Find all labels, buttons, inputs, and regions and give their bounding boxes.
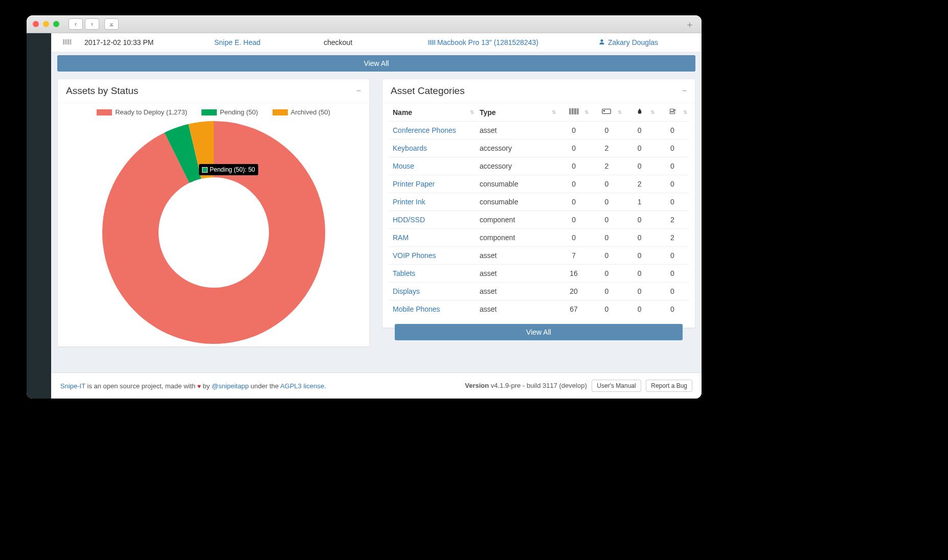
downloads-button[interactable] <box>104 18 119 30</box>
legend-item[interactable]: Ready to Deploy (1,273) <box>97 108 187 116</box>
assets-by-status-box: Assets by Status − Ready to Deploy (1,27… <box>57 79 370 347</box>
tooltip-text: Pending (50): 50 <box>210 166 255 173</box>
cell-count: 0 <box>623 247 656 265</box>
legend-swatch <box>201 109 217 115</box>
cell-count: 0 <box>623 157 656 175</box>
cell-count: 0 <box>557 193 590 211</box>
version-value: v4.1.9-pre - build 3117 (develop) <box>489 382 589 389</box>
cell-count: 0 <box>590 247 623 265</box>
user-icon <box>599 38 605 46</box>
table-row: Mouseaccessory0200 <box>389 157 689 175</box>
category-link[interactable]: Displays <box>393 287 420 295</box>
cell-count: 0 <box>590 193 623 211</box>
view-all-categories-button[interactable]: View All <box>395 324 683 340</box>
users-manual-button[interactable]: User's Manual <box>592 380 641 392</box>
category-type: accessory <box>476 139 557 157</box>
category-link[interactable]: Conference Phones <box>393 126 456 134</box>
footer-twitter-link[interactable]: @snipeitapp <box>212 382 249 390</box>
category-link[interactable]: Mobile Phones <box>393 305 440 313</box>
cell-count: 0 <box>590 229 623 247</box>
legend-swatch <box>97 109 112 115</box>
cell-count: 0 <box>656 300 689 318</box>
legend-item[interactable]: Archived (50) <box>273 108 330 116</box>
category-type: consumable <box>476 175 557 193</box>
activity-item: Macbook Pro 13" (1281528243) <box>428 38 586 46</box>
category-link[interactable]: Printer Paper <box>393 180 435 188</box>
cell-count: 0 <box>590 283 623 300</box>
category-link[interactable]: Tablets <box>393 269 415 277</box>
barcode-icon <box>63 38 72 46</box>
minimize-window-icon[interactable] <box>43 21 49 27</box>
column-accessories-icon[interactable] <box>590 103 623 122</box>
cell-count: 2 <box>590 139 623 157</box>
cell-count: 0 <box>557 139 590 157</box>
browser-window: ‹ › ＋ 2017-12-02 10:33 PM Snipe E. Head … <box>27 15 702 399</box>
zoom-window-icon[interactable] <box>53 21 59 27</box>
cell-count: 0 <box>623 211 656 229</box>
view-all-activity-button[interactable]: View All <box>57 55 695 72</box>
activity-target-link[interactable]: Zakary Douglas <box>608 38 658 46</box>
cell-count: 0 <box>590 211 623 229</box>
cell-count: 0 <box>623 283 656 300</box>
category-link[interactable]: RAM <box>393 234 409 242</box>
activity-target: Zakary Douglas <box>599 38 658 46</box>
categories-table: Name Type <box>389 103 689 318</box>
category-link[interactable]: VOIP Phones <box>393 251 436 260</box>
column-assets-icon[interactable] <box>557 103 590 122</box>
cell-count: 20 <box>557 283 590 300</box>
cell-count: 0 <box>656 157 689 175</box>
column-type[interactable]: Type <box>476 103 557 122</box>
category-link[interactable]: Keyboards <box>393 144 427 152</box>
heart-icon: ♥ <box>197 383 201 390</box>
box-header: Asset Categories − <box>382 79 695 103</box>
cell-count: 0 <box>590 300 623 318</box>
cell-count: 0 <box>557 175 590 193</box>
version-label: Version <box>465 382 489 389</box>
cell-count: 0 <box>656 139 689 157</box>
asset-categories-box: Asset Categories − Name Type <box>382 79 695 328</box>
cell-count: 0 <box>590 175 623 193</box>
footer-license-link[interactable]: AGPL3 license <box>280 382 324 390</box>
cell-count: 0 <box>623 265 656 283</box>
activity-row: 2017-12-02 10:33 PM Snipe E. Head checko… <box>51 33 702 52</box>
category-link[interactable]: Printer Ink <box>393 198 425 206</box>
close-window-icon[interactable] <box>33 21 39 27</box>
table-row: HDD/SSDcomponent0002 <box>389 211 689 229</box>
column-components-icon[interactable] <box>656 103 689 122</box>
column-name[interactable]: Name <box>389 103 476 122</box>
cell-count: 0 <box>623 300 656 318</box>
report-bug-button[interactable]: Report a Bug <box>646 380 692 392</box>
cell-count: 0 <box>557 211 590 229</box>
cell-count: 0 <box>623 139 656 157</box>
forward-button[interactable]: › <box>85 18 99 30</box>
legend-item[interactable]: Pending (50) <box>201 108 258 116</box>
footer-right: Version v4.1.9-pre - build 3117 (develop… <box>465 380 692 392</box>
cell-count: 0 <box>656 122 689 139</box>
category-type: asset <box>476 300 557 318</box>
category-type: asset <box>476 122 557 139</box>
cell-count: 0 <box>656 283 689 300</box>
cell-count: 0 <box>590 265 623 283</box>
cell-count: 2 <box>623 175 656 193</box>
category-type: component <box>476 211 557 229</box>
legend-label: Ready to Deploy (1,273) <box>115 108 187 116</box>
activity-admin-link[interactable]: Snipe E. Head <box>214 38 311 46</box>
recent-activity-panel: 2017-12-02 10:33 PM Snipe E. Head checko… <box>51 33 702 79</box>
table-row: Keyboardsaccessory0200 <box>389 139 689 157</box>
category-type: component <box>476 229 557 247</box>
cell-count: 1 <box>623 193 656 211</box>
nav-buttons: ‹ › <box>69 18 99 30</box>
cell-count: 2 <box>656 211 689 229</box>
footer-brand-link[interactable]: Snipe-IT <box>60 382 85 390</box>
new-tab-button[interactable]: ＋ <box>684 18 695 30</box>
asset-categories-title: Asset Categories <box>391 85 465 97</box>
cell-count: 0 <box>656 265 689 283</box>
category-link[interactable]: Mouse <box>393 162 414 170</box>
activity-item-link[interactable]: Macbook Pro 13" (1281528243) <box>437 38 538 46</box>
content-area: 2017-12-02 10:33 PM Snipe E. Head checko… <box>51 33 702 399</box>
column-consumables-icon[interactable] <box>623 103 656 122</box>
back-button[interactable]: ‹ <box>69 18 83 30</box>
collapse-button[interactable]: − <box>682 86 687 96</box>
collapse-button[interactable]: − <box>356 86 361 96</box>
category-link[interactable]: HDD/SSD <box>393 216 425 224</box>
